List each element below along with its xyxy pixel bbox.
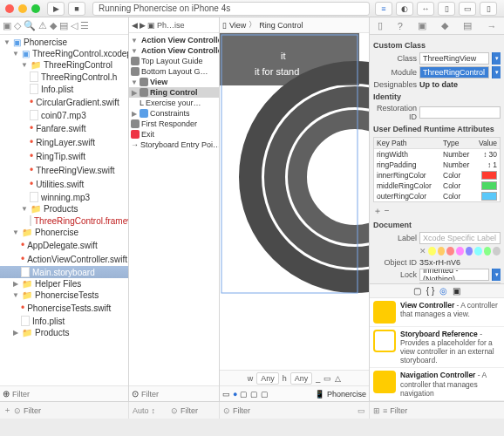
jump-bar[interactable]: ◀ ▶ ▣ Ph…ise	[129, 17, 219, 33]
doc-label-field[interactable]: Xcode Specific Label	[419, 232, 501, 244]
outline-item[interactable]: Top Layout Guide	[129, 56, 219, 66]
forward-icon[interactable]: ▶	[140, 21, 146, 30]
tree-item[interactable]: coin07.mp3	[0, 109, 128, 121]
project-navigator-tab[interactable]: ▣	[3, 20, 11, 31]
back-icon[interactable]: ◀	[132, 21, 138, 30]
outline-item[interactable]: Exit	[129, 129, 219, 140]
ring-control-preview[interactable]: it it for stand	[220, 33, 369, 295]
test-navigator-tab[interactable]: ◆	[50, 20, 57, 31]
library-item[interactable]: Storyboard Reference - Provides a placeh…	[370, 327, 504, 369]
tree-item[interactable]: AppDelegate.swift	[0, 238, 128, 252]
media-library-tab[interactable]: ▣	[453, 286, 460, 296]
outline-item[interactable]: ▼View	[129, 77, 219, 87]
outline-tree[interactable]: ▼Action View Controlle… ▼Action View Con…	[129, 33, 219, 385]
tree-item[interactable]: ▼📁Products	[0, 203, 128, 215]
run-button[interactable]: ▶	[47, 2, 65, 16]
close-window-button[interactable]	[5, 4, 14, 13]
standard-editor-button[interactable]: ≡	[375, 2, 392, 16]
activity-viewer[interactable]: Running Phonercise on iPhone 4s	[92, 2, 370, 16]
outline-item[interactable]: First Responder	[129, 119, 219, 129]
tree-item[interactable]: Info.plist	[0, 315, 128, 327]
symbol-navigator-tab[interactable]: ◇	[14, 20, 21, 31]
tree-item[interactable]: ▼▣ThreeRingControl.xcodeproj	[0, 48, 128, 59]
file-template-tab[interactable]: ▢	[413, 286, 421, 296]
tree-item[interactable]: CircularGradient.swift	[0, 95, 128, 109]
size-class-bar[interactable]: wAny hAny ⎯ ▭ △	[220, 370, 369, 385]
outline-item[interactable]: →Storyboard Entry Poi…	[129, 140, 219, 150]
align-icon[interactable]: ▭	[324, 374, 331, 383]
attributes-inspector-tab[interactable]: ◆	[441, 20, 448, 31]
color-swatch[interactable]	[481, 192, 497, 201]
add-attr-button[interactable]: ＋	[373, 206, 382, 215]
project-tree[interactable]: ▼▣Phonercise ▼▣ThreeRingControl.xcodepro…	[0, 35, 128, 385]
list-icon[interactable]: ≡	[383, 406, 387, 415]
find-navigator-tab[interactable]: 🔍	[24, 20, 36, 31]
stop-button[interactable]: ■	[68, 2, 85, 16]
outline-header[interactable]: ▼Action View Controlle…	[129, 35, 219, 45]
jump-view[interactable]: View	[229, 21, 246, 30]
bottom-filter-input3[interactable]	[233, 406, 355, 415]
canvas-body[interactable]: → it it for stand	[220, 33, 369, 370]
object-library-tab[interactable]: ◎	[439, 286, 447, 296]
tree-item[interactable]: Info.plist	[0, 83, 128, 95]
toggle-icon[interactable]: ▭	[358, 406, 365, 415]
navigator-filter-input[interactable]	[12, 390, 126, 399]
inspector-tabs[interactable]: ▯ ? ▣ ◆ ▤ →	[370, 17, 504, 35]
tree-item[interactable]: RingLayer.swift	[0, 135, 128, 149]
tree-item[interactable]: Utilities.swift	[0, 177, 128, 191]
issue-navigator-tab[interactable]: ⚠	[38, 20, 47, 31]
toggle-outline-icon[interactable]: ▭	[222, 390, 230, 399]
toggle-navigator-button[interactable]: ▯	[438, 2, 455, 16]
color-swatch[interactable]	[481, 171, 497, 180]
jump-element[interactable]: Ring Control	[259, 21, 303, 30]
help-inspector-tab[interactable]: ?	[398, 21, 403, 31]
outline-item[interactable]: LExercise your…	[129, 98, 219, 108]
pin-icon[interactable]: ⎯	[316, 374, 320, 383]
remove-attr-button[interactable]: −	[385, 206, 390, 215]
grid-icon[interactable]: ⊞	[373, 406, 380, 415]
color-swatch[interactable]	[481, 181, 497, 190]
outline-item[interactable]: ▼Action View Controller	[129, 45, 219, 56]
library-tabs[interactable]: ▢ { } ◎ ▣	[370, 284, 504, 298]
module-field[interactable]: ThreeRingControl	[419, 66, 489, 78]
tree-item[interactable]: ▶📁Helper Files	[0, 278, 128, 290]
restoration-id-field[interactable]	[419, 106, 501, 119]
toggle-debug-button[interactable]: ▭	[459, 2, 476, 16]
report-navigator-tab[interactable]: ☰	[80, 20, 89, 31]
bottom-filter-input[interactable]	[24, 406, 125, 415]
class-field[interactable]: ThreeRingView	[419, 52, 489, 65]
lock-field[interactable]: Inherited - (Nothing)	[419, 269, 489, 281]
tree-item[interactable]: RingTip.swift	[0, 149, 128, 163]
outline-item[interactable]: Bottom Layout G…	[129, 66, 219, 77]
version-editor-button[interactable]: ↔	[417, 2, 434, 16]
navigator-tabs[interactable]: ▣ ◇ 🔍 ⚠ ◆ ▤ ◁ ☰	[0, 17, 128, 35]
resolve-icon[interactable]: △	[335, 374, 341, 383]
library-item[interactable]: View Controller - A controller that mana…	[370, 298, 504, 327]
connections-inspector-tab[interactable]: →	[487, 21, 496, 31]
device-icon[interactable]: ●	[233, 390, 237, 399]
add-button[interactable]: ＋	[3, 405, 11, 416]
library-item[interactable]: Navigation Controller - A controller tha…	[370, 368, 504, 401]
debug-navigator-tab[interactable]: ▤	[59, 20, 68, 31]
outline-item[interactable]: ▶Constraints	[129, 108, 219, 119]
label-color-palette[interactable]: ✕	[373, 247, 501, 255]
bottom-filter-input2[interactable]	[180, 406, 215, 415]
code-snippet-tab[interactable]: { }	[426, 286, 434, 296]
tree-item[interactable]: ThreeRingControl.h	[0, 71, 128, 83]
tree-item[interactable]: ▼📁PhonerciseTests	[0, 290, 128, 301]
dropdown-icon[interactable]: ▾	[492, 66, 501, 78]
file-inspector-tab[interactable]: ▯	[378, 20, 383, 31]
tree-item-selected[interactable]: Main.storyboard	[0, 266, 128, 278]
library-filter-input[interactable]	[390, 406, 501, 415]
tree-item[interactable]: ▼📁ThreeRingControl	[0, 59, 128, 71]
tree-item[interactable]: Fanfare.swift	[0, 121, 128, 135]
tree-item[interactable]: PhonerciseTests.swift	[0, 301, 128, 315]
minimize-window-button[interactable]	[18, 4, 27, 13]
tree-item[interactable]: ▼📁Phonercise	[0, 227, 128, 238]
tree-item[interactable]: winning.mp3	[0, 191, 128, 203]
outline-item-selected[interactable]: ▶Ring Control	[129, 87, 219, 98]
tree-item[interactable]: ActionViewController.swift	[0, 252, 128, 266]
toggle-inspector-button[interactable]: ▯	[480, 2, 497, 16]
tree-root[interactable]: ▼▣Phonercise	[0, 37, 128, 48]
tree-item[interactable]: ThreeRingControl.framework	[0, 215, 128, 227]
